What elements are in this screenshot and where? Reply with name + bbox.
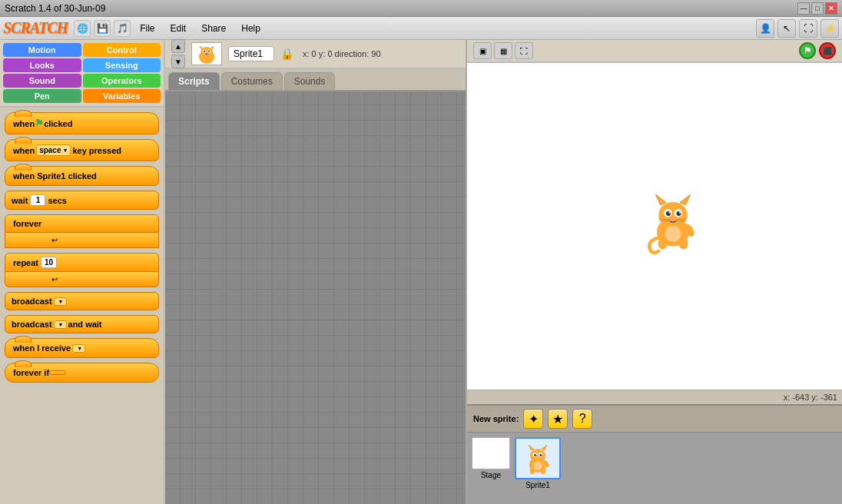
save-icon-button[interactable]: 💾 (94, 20, 111, 37)
broadcast-dropdown[interactable] (54, 297, 67, 306)
right-panel: ▣ ▦ ⛶ ⚑ ⬛ (466, 40, 842, 504)
script-area[interactable] (165, 91, 466, 504)
sprite-nav-up[interactable]: ▲ (171, 39, 185, 53)
tab-costumes[interactable]: Costumes (221, 72, 283, 90)
sprite1-label: Sprite1 (525, 481, 550, 489)
svg-point-33 (535, 453, 536, 454)
stage-area[interactable] (467, 63, 842, 390)
new-sprite-label: New sprite: (473, 414, 519, 423)
block-forever[interactable]: forever (5, 214, 159, 233)
menubar: SCRATCH 🌐 💾 🎵 File Edit Share Help 👤 ↖ ⛶… (0, 17, 842, 40)
stage-thumb-item[interactable]: Stage (472, 437, 510, 479)
green-flag-button[interactable]: ⚑ (799, 42, 816, 59)
receive-dropdown[interactable] (72, 344, 85, 353)
globe-icon-button[interactable]: 🌐 (74, 20, 91, 37)
block-repeat-group: repeat 10 ↩ (5, 253, 159, 287)
sprite-lock-icon[interactable]: 🔒 (280, 48, 293, 60)
sprites-bar: New sprite: ✦ ★ ? Stage (467, 404, 842, 504)
new-sprite-surprise-button[interactable]: ★ (548, 409, 568, 429)
main: Motion Control Looks Sensing Sound Opera… (0, 40, 842, 504)
svg-point-37 (541, 468, 545, 474)
sprite-name-input[interactable]: Sprite1 (228, 46, 274, 61)
cat-svg (638, 186, 708, 255)
menu-edit[interactable]: Edit (164, 22, 193, 35)
categories: Motion Control Looks Sensing Sound Opera… (0, 40, 164, 108)
normal-stage-button[interactable]: ▦ (494, 42, 512, 59)
stage-label: Stage (481, 471, 501, 479)
cat-motion-button[interactable]: Motion (3, 43, 81, 57)
fullscreen-icon-button[interactable]: ⛶ (799, 19, 817, 38)
stage-thumbnail (472, 437, 510, 469)
sprite1-thumbnail (515, 437, 561, 479)
svg-point-21 (665, 225, 681, 241)
cat-sprite (638, 186, 708, 267)
blocks-panel: Motion Control Looks Sensing Sound Opera… (0, 40, 165, 504)
svg-point-36 (530, 468, 535, 474)
svg-point-15 (679, 211, 681, 213)
minimize-button[interactable]: — (797, 2, 810, 15)
svg-point-23 (679, 237, 688, 249)
arrow-icon: ↩ (51, 236, 58, 244)
cat-pen-button[interactable]: Pen (3, 89, 81, 103)
small-stage-button[interactable]: ▣ (473, 42, 492, 59)
block-forever-if[interactable]: forever if (5, 363, 159, 383)
cat-sound-button[interactable]: Sound (3, 74, 81, 88)
svg-point-22 (658, 237, 668, 249)
arrow-icon2: ↩ (51, 275, 58, 284)
block-when-key-pressed[interactable]: when space key pressed (5, 139, 159, 161)
svg-point-35 (533, 461, 542, 469)
cat-looks-button[interactable]: Looks (3, 58, 81, 72)
block-forever-body: ↩ (5, 233, 159, 248)
music-icon-button[interactable]: 🎵 (114, 20, 131, 37)
red-stop-button[interactable]: ⬛ (819, 42, 836, 59)
cursor-icon-button[interactable]: ↖ (777, 19, 796, 38)
sprite-info-bar: ▲ ▼ Sprite1 🔒 x: 0 y: 0 (165, 40, 466, 69)
new-sprite-paint-button[interactable]: ✦ (523, 409, 543, 429)
block-repeat-body: ↩ (5, 272, 159, 287)
menu-help[interactable]: Help (235, 22, 267, 35)
svg-point-34 (541, 453, 542, 454)
script-tabs: Scripts Costumes Sounds (165, 69, 466, 91)
cat-control-button[interactable]: Control (83, 43, 161, 57)
repeat-input[interactable]: 10 (41, 257, 57, 268)
tab-scripts[interactable]: Scripts (168, 72, 220, 90)
menu-file[interactable]: File (134, 22, 161, 35)
key-dropdown[interactable]: space (36, 144, 71, 156)
new-sprite-bar: New sprite: ✦ ★ ? (467, 406, 842, 433)
top-icons: 👤 ↖ ⛶ ⚡ (756, 19, 839, 38)
svg-point-5 (208, 51, 210, 52)
sprites-row: Stage (467, 433, 842, 504)
new-sprite-random-button[interactable]: ? (572, 409, 592, 429)
sprite1-thumb-item[interactable]: Sprite1 (515, 437, 561, 489)
sprite-nav-down[interactable]: ▼ (171, 55, 185, 68)
sprite-coords: x: 0 y: 0 direction: 90 (303, 49, 381, 58)
tab-sounds[interactable]: Sounds (284, 72, 336, 90)
block-broadcast-wait[interactable]: broadcast and wait (5, 315, 159, 333)
svg-marker-8 (656, 194, 667, 205)
account-icon-button[interactable]: 👤 (756, 19, 774, 38)
title-text: Scratch 1.4 of 30-Jun-09 (5, 3, 105, 14)
broadcast-wait-dropdown[interactable] (54, 320, 67, 329)
block-broadcast[interactable]: broadcast (5, 292, 159, 310)
block-forever-group: forever ↩ (5, 214, 159, 248)
cat-operators-button[interactable]: Operators (83, 74, 161, 88)
titlebar: Scratch 1.4 of 30-Jun-09 — □ ✕ (0, 0, 842, 17)
svg-point-26 (530, 449, 545, 463)
block-when-receive[interactable]: when I receive (5, 338, 159, 358)
block-when-flag-clicked[interactable]: when ⚑ clicked (5, 112, 159, 134)
stage-controls: ▣ ▦ ⛶ ⚑ ⬛ (467, 40, 842, 63)
block-when-sprite-clicked[interactable]: when Sprite1 clicked (5, 166, 159, 186)
block-wait[interactable]: wait 1 secs (5, 191, 159, 210)
close-button[interactable]: ✕ (825, 2, 837, 15)
svg-point-14 (669, 211, 671, 213)
maximize-button[interactable]: □ (811, 2, 824, 15)
block-repeat[interactable]: repeat 10 (5, 253, 159, 272)
wait-input[interactable]: 1 (30, 194, 45, 206)
cat-variables-button[interactable]: Variables (83, 89, 161, 103)
svg-marker-28 (542, 445, 547, 450)
menu-share[interactable]: Share (195, 22, 232, 35)
cat-sensing-button[interactable]: Sensing (83, 58, 161, 72)
sprite1-cat-icon (519, 442, 557, 476)
fullscreen-button[interactable]: ⛶ (515, 42, 533, 59)
turbo-icon-button[interactable]: ⚡ (820, 19, 839, 38)
